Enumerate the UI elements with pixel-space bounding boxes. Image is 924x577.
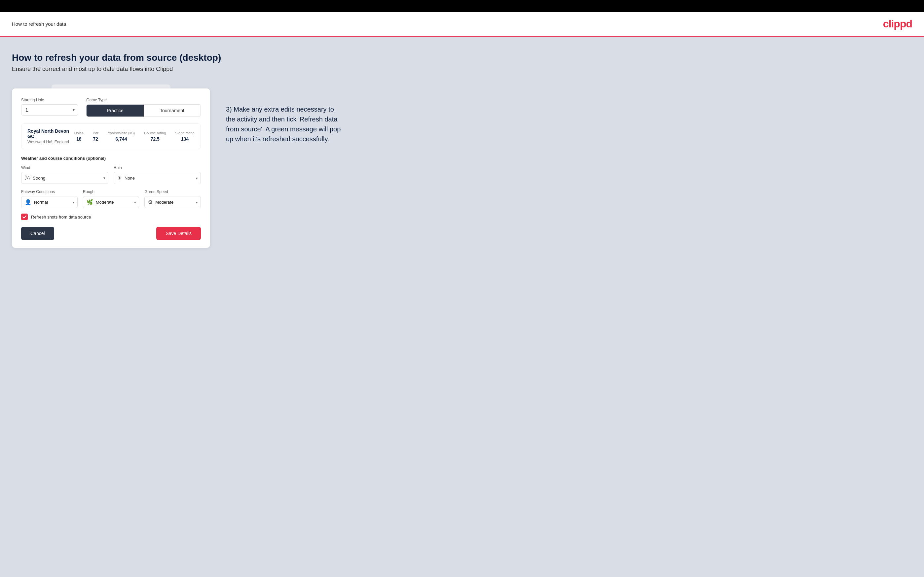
- tournament-button[interactable]: Tournament: [144, 105, 200, 116]
- wind-group: Wind 🌬 Strong ▾: [21, 165, 108, 184]
- wind-label: Wind: [21, 165, 108, 170]
- fairway-group: Fairway Conditions 👤 Normal ▾: [21, 190, 78, 208]
- course-name: Royal North Devon GC,: [27, 128, 74, 139]
- side-text: 3) Make any extra edits necessary to the…: [226, 84, 345, 144]
- wind-rain-row: Wind 🌬 Strong ▾ Rain ☀: [21, 165, 201, 184]
- stat-par-value: 72: [93, 136, 99, 142]
- rain-select-wrapper[interactable]: ☀ None ▾: [114, 172, 201, 184]
- stat-course-rating: Course rating 72.5: [144, 131, 166, 142]
- green-speed-icon: ⚙: [148, 199, 153, 205]
- rough-group: Rough 🌿 Moderate ▾: [83, 190, 139, 208]
- save-button[interactable]: Save Details: [156, 227, 201, 240]
- action-row: Cancel Save Details: [21, 227, 201, 240]
- form-card-wrapper: Starting Hole 1 ▾ Game Type Practice To: [12, 84, 210, 248]
- header: How to refresh your data clippd: [0, 12, 924, 37]
- stat-yards-value: 6,744: [108, 136, 135, 142]
- fairway-icon: 👤: [25, 199, 31, 205]
- starting-hole-label: Starting Hole: [21, 98, 78, 102]
- rough-label: Rough: [83, 190, 139, 194]
- starting-hole-select-wrapper[interactable]: 1 ▾: [21, 104, 78, 116]
- wind-icon: 🌬: [25, 175, 30, 181]
- rough-select[interactable]: Moderate: [96, 200, 136, 205]
- refresh-checkbox[interactable]: [21, 214, 28, 220]
- top-bar: [0, 0, 924, 12]
- wind-select-wrapper[interactable]: 🌬 Strong ▾: [21, 172, 108, 184]
- stat-holes-value: 18: [74, 136, 84, 142]
- content-row: Starting Hole 1 ▾ Game Type Practice To: [12, 84, 912, 248]
- stat-par: Par 72: [93, 131, 99, 142]
- starting-hole-select[interactable]: 1: [26, 107, 74, 113]
- refresh-label: Refresh shots from data source: [31, 214, 91, 219]
- green-speed-select-wrapper[interactable]: ⚙ Moderate ▾: [144, 196, 201, 208]
- fairway-select-wrapper[interactable]: 👤 Normal ▾: [21, 196, 78, 208]
- course-card: Royal North Devon GC, Westward Ho!, Engl…: [21, 124, 201, 149]
- starting-hole-group: Starting Hole 1 ▾: [21, 98, 78, 117]
- rough-icon: 🌿: [87, 199, 93, 205]
- stat-yards: Yards/White (M)) 6,744: [108, 131, 135, 142]
- fairway-rough-green-row: Fairway Conditions 👤 Normal ▾ Rough 🌿: [21, 190, 201, 208]
- stat-yards-label: Yards/White (M)): [108, 131, 135, 135]
- page-heading: How to refresh your data from source (de…: [12, 53, 912, 63]
- refresh-row: Refresh shots from data source: [21, 214, 201, 220]
- fairway-label: Fairway Conditions: [21, 190, 78, 194]
- rain-icon: ☀: [117, 175, 122, 181]
- rough-select-wrapper[interactable]: 🌿 Moderate ▾: [83, 196, 139, 208]
- stat-course-rating-value: 72.5: [144, 136, 166, 142]
- cancel-button[interactable]: Cancel: [21, 227, 54, 240]
- game-type-buttons: Practice Tournament: [86, 104, 201, 117]
- stat-slope-rating-label: Slope rating: [175, 131, 195, 135]
- green-speed-select[interactable]: Moderate: [155, 200, 197, 205]
- stat-slope-rating-value: 134: [175, 136, 195, 142]
- stat-slope-rating: Slope rating 134: [175, 131, 195, 142]
- wind-select[interactable]: Strong: [33, 176, 105, 181]
- green-speed-label: Green Speed: [144, 190, 201, 194]
- conditions-section-label: Weather and course conditions (optional): [21, 156, 201, 161]
- stat-par-label: Par: [93, 131, 99, 135]
- stat-holes: Holes 18: [74, 131, 84, 142]
- side-description: 3) Make any extra edits necessary to the…: [226, 104, 345, 144]
- card-hint-bar: [52, 84, 170, 89]
- green-speed-group: Green Speed ⚙ Moderate ▾: [144, 190, 201, 208]
- logo: clippd: [883, 18, 912, 30]
- header-title: How to refresh your data: [12, 21, 66, 27]
- page-subheading: Ensure the correct and most up to date d…: [12, 66, 912, 73]
- starting-game-row: Starting Hole 1 ▾ Game Type Practice To: [21, 98, 201, 117]
- course-stats: Holes 18 Par 72 Yards/White (M)) 6,744: [74, 131, 195, 142]
- form-card: Starting Hole 1 ▾ Game Type Practice To: [12, 89, 210, 248]
- checkmark-icon: [22, 214, 27, 219]
- stat-course-rating-label: Course rating: [144, 131, 166, 135]
- rain-select[interactable]: None: [124, 176, 197, 181]
- practice-button[interactable]: Practice: [87, 105, 144, 116]
- rain-label: Rain: [114, 165, 201, 170]
- course-location: Westward Ho!, England: [27, 140, 74, 144]
- rain-group: Rain ☀ None ▾: [114, 165, 201, 184]
- game-type-group: Game Type Practice Tournament: [86, 98, 201, 117]
- course-info: Royal North Devon GC, Westward Ho!, Engl…: [27, 128, 74, 144]
- stat-holes-label: Holes: [74, 131, 84, 135]
- main-content: How to refresh your data from source (de…: [0, 37, 924, 577]
- game-type-label: Game Type: [86, 98, 201, 102]
- fairway-select[interactable]: Normal: [34, 200, 74, 205]
